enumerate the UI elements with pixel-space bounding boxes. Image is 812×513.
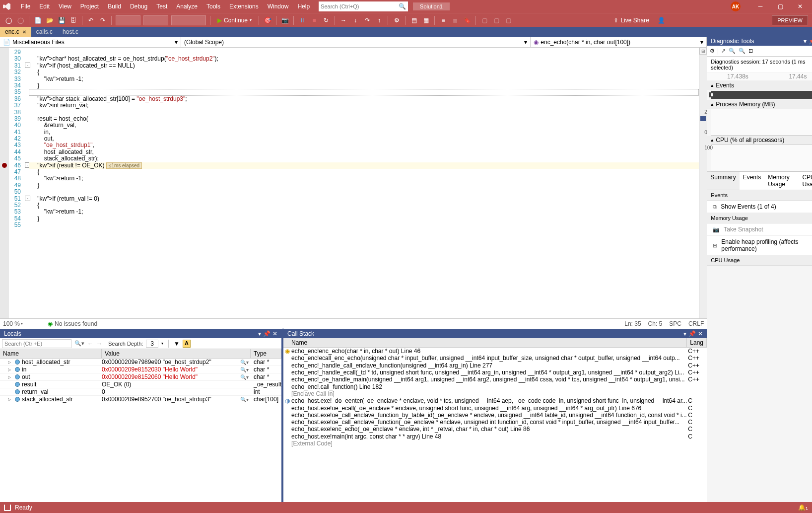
menu-view[interactable]: View <box>55 1 75 11</box>
tool6-icon[interactable]: ▢ <box>480 16 489 25</box>
locals-row[interactable]: return_val0int <box>0 388 281 396</box>
config-combo[interactable] <box>116 15 140 25</box>
menu-help[interactable]: Help <box>293 1 314 11</box>
global-search[interactable]: 🔍 <box>319 1 408 11</box>
nav-fwd-icon[interactable]: ◯ <box>16 16 25 25</box>
menu-test[interactable]: Test <box>152 1 171 11</box>
nav-fwd-icon[interactable]: → <box>96 340 102 347</box>
pause-icon[interactable]: ⏸ <box>298 16 307 25</box>
callstack-row[interactable]: echo_host.exe!enc_echo(_oe_enclave * enc… <box>283 426 707 433</box>
maximize-button[interactable]: ▢ <box>770 0 790 13</box>
tool2-icon[interactable]: ▤ <box>409 16 418 25</box>
diag-procmem-header[interactable]: ▲Process Memory (MB)▼● <box>707 100 812 109</box>
feedback-icon[interactable]: 👤 <box>657 16 666 25</box>
close-tab-icon[interactable]: ✕ <box>22 29 26 35</box>
callstack-row[interactable]: [Enclave Call In] <box>283 390 707 397</box>
callstack-row[interactable]: echo_enc!_handle_call_enclave_function(u… <box>283 362 707 369</box>
close-button[interactable]: ✕ <box>790 0 810 13</box>
diag-tab[interactable]: CPU Usage <box>799 172 812 190</box>
save-all-icon[interactable]: 🗄 <box>69 16 78 25</box>
open-icon[interactable]: 📂 <box>45 16 54 25</box>
search-input[interactable] <box>321 3 395 9</box>
stop-icon[interactable]: ■ <box>310 16 319 25</box>
platform-combo[interactable] <box>143 15 168 25</box>
view-icon[interactable]: 🔍▾ <box>240 397 249 402</box>
locals-row[interactable]: ▷in0x00000209e8152030 "Hello World"🔍▾cha… <box>0 366 281 373</box>
solution-name[interactable]: Solution1 <box>413 2 450 10</box>
debug-target-icon[interactable]: 🎯 <box>263 16 272 25</box>
callstack-row[interactable]: echo_enc!_oe_handle_main(unsigned __int6… <box>283 376 707 383</box>
menu-build[interactable]: Build <box>104 1 125 11</box>
menu-analyze[interactable]: Analyze <box>172 1 202 11</box>
show-events-item[interactable]: ⧉Show Events (1 of 4) <box>707 201 812 213</box>
nav-back-icon[interactable]: ← <box>87 340 93 347</box>
menu-debug[interactable]: Debug <box>126 1 151 11</box>
doc-tab[interactable]: enc.c✕ <box>0 27 31 37</box>
gear-icon[interactable]: ⚙ <box>710 48 715 54</box>
locals-row[interactable]: ▷out0x00000209e8152060 "Hello World"🔍▾ch… <box>0 373 281 381</box>
save-icon[interactable]: 💾 <box>57 16 66 25</box>
view-icon[interactable]: 🔍▾ <box>240 374 249 380</box>
nav-function-combo[interactable]: ◉ enc_echo(char * in, char out[100]) ▾ <box>531 37 707 47</box>
callstack-row[interactable]: echo_enc!.call_function() Line 182 <box>283 383 707 390</box>
screenshot-icon[interactable]: 📷 <box>280 16 289 25</box>
depth-value[interactable]: 3 <box>146 340 158 348</box>
dropdown-icon[interactable]: ▾ <box>804 38 807 45</box>
target-combo[interactable] <box>171 15 206 25</box>
dropdown-icon[interactable]: ▾ <box>258 330 261 337</box>
search-icon[interactable]: 🔍▾ <box>74 340 84 347</box>
bookmark-icon[interactable]: 🔖 <box>463 16 472 25</box>
menu-extensions[interactable]: Extensions <box>225 1 263 11</box>
continue-button[interactable]: ▶ Continue ▾ <box>214 17 255 24</box>
tool5-icon[interactable]: ≣ <box>451 16 460 25</box>
undo-icon[interactable]: ↶ <box>86 16 95 25</box>
redo-icon[interactable]: ↷ <box>98 16 107 25</box>
editor-scrollbar[interactable]: ⊞ <box>699 48 707 318</box>
preview-button[interactable]: PREVIEW <box>772 15 808 25</box>
diag-cpu-header[interactable]: ▲CPU (% of all processors) <box>707 136 812 145</box>
tool4-icon[interactable]: ≡ <box>439 16 448 25</box>
view-icon[interactable]: 🔍▾ <box>240 367 249 372</box>
menu-edit[interactable]: Edit <box>35 1 54 11</box>
highlight-icon[interactable]: A <box>183 340 191 348</box>
callstack-row[interactable]: ◑echo_host.exe!_do_eenter(_oe_enclave * … <box>283 397 707 404</box>
step-over-icon[interactable]: ↷ <box>363 16 372 25</box>
locals-row[interactable]: ▷stack_allocated_str0x00000209e8952700 "… <box>0 396 281 403</box>
dropdown-icon[interactable]: ▾ <box>683 330 686 337</box>
zoom-level[interactable]: 100 % <box>3 320 20 327</box>
nav-scope-combo[interactable]: (Global Scope) ▾ <box>181 37 531 47</box>
menu-file[interactable]: File <box>17 1 34 11</box>
diag-events-header[interactable]: ▲Events <box>707 81 812 90</box>
restart-icon[interactable]: ↻ <box>322 16 331 25</box>
pin-icon[interactable]: 📌 <box>263 330 271 337</box>
callstack-row[interactable]: echo_enc!_handle_ecall(_td * td, unsigne… <box>283 369 707 376</box>
code-editor[interactable]: 2930313233343536373839404142434445464748… <box>0 48 707 318</box>
menu-project[interactable]: Project <box>76 1 103 11</box>
locals-row[interactable]: ▷host_allocated_str0x00000209e7989e90 "o… <box>0 359 281 366</box>
zoom-in-icon[interactable]: 🔍 <box>729 48 736 54</box>
diag-tab[interactable]: Summary <box>707 172 739 190</box>
menu-window[interactable]: Window <box>264 1 293 11</box>
step-into-icon[interactable]: ↓ <box>351 16 360 25</box>
callstack-row[interactable]: echo_host.exe!oe_call_enclave_function(_… <box>283 419 707 426</box>
split-icon[interactable]: ⊞ <box>699 48 707 55</box>
view-icon[interactable]: 🔍▾ <box>240 360 249 365</box>
locals-row[interactable]: resultOE_OK (0)_oe_result <box>0 381 281 388</box>
breakpoint-icon[interactable] <box>1 162 7 168</box>
diag-tab[interactable]: Events <box>740 172 765 190</box>
user-avatar[interactable]: AK <box>731 1 741 11</box>
menu-tools[interactable]: Tools <box>203 1 224 11</box>
editor-content[interactable]: "kw">char* host_allocated_str = oe_host_… <box>29 48 699 318</box>
show-next-icon[interactable]: → <box>339 16 348 25</box>
tool7-icon[interactable]: ▢ <box>492 16 501 25</box>
live-share-button[interactable]: ⇪ Live Share <box>613 17 649 24</box>
notification-icon[interactable]: 🔔₁ <box>798 504 808 511</box>
locals-hdr-type[interactable]: Type <box>251 349 281 358</box>
tool8-icon[interactable]: ▢ <box>504 16 513 25</box>
callstack-row[interactable]: echo_host.exe!oe_call_enclave_function_b… <box>283 412 707 419</box>
heap-profiling-item[interactable]: ⊞Enable heap profiling (affects performa… <box>707 236 812 255</box>
new-icon[interactable]: 📄 <box>33 16 42 25</box>
take-snapshot-item[interactable]: 📷Take Snapshot <box>707 223 812 236</box>
close-icon[interactable]: ✕ <box>698 330 703 337</box>
locals-hdr-value[interactable]: Value <box>102 349 251 358</box>
